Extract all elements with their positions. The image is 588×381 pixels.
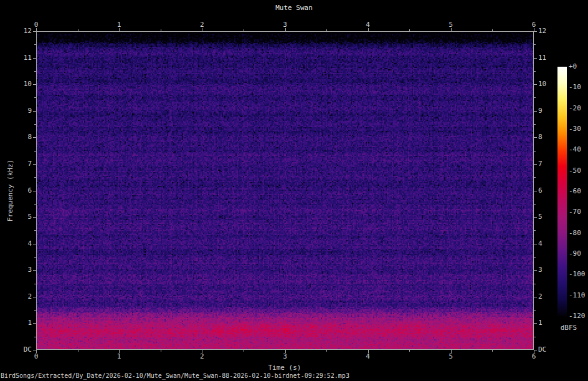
tick-label: 10 bbox=[12, 80, 32, 88]
tick-label: 5 bbox=[442, 353, 460, 360]
tick-mark bbox=[534, 323, 537, 324]
tick-label: 5 bbox=[442, 21, 460, 29]
tick-mark bbox=[33, 244, 36, 244]
tick-mark bbox=[534, 177, 536, 178]
tick-mark bbox=[161, 350, 161, 352]
colorbar-tick-label: -110 bbox=[569, 292, 588, 299]
tick-label: 7 bbox=[12, 160, 32, 168]
tick-mark bbox=[34, 230, 36, 231]
tick-mark bbox=[534, 257, 536, 258]
tick-mark bbox=[33, 164, 36, 165]
tick-label: 5 bbox=[538, 213, 558, 221]
tick-mark bbox=[534, 297, 537, 297]
tick-mark bbox=[534, 191, 537, 191]
tick-label: 3 bbox=[276, 353, 295, 360]
tick-mark bbox=[534, 204, 536, 205]
tick-mark bbox=[33, 31, 36, 32]
y-axis-title: Frequency (kHz) bbox=[6, 128, 14, 253]
tick-mark bbox=[78, 350, 78, 352]
spectrogram-window: Mute Swan 001122334455661212111110109988… bbox=[0, 0, 588, 381]
tick-mark bbox=[34, 151, 36, 152]
tick-label: 2 bbox=[538, 293, 558, 301]
tick-mark bbox=[34, 310, 36, 311]
tick-mark bbox=[534, 164, 537, 165]
tick-label: 3 bbox=[276, 21, 295, 29]
tick-mark bbox=[34, 177, 36, 178]
tick-label: 12 bbox=[12, 27, 32, 35]
colorbar-tick-label: -60 bbox=[569, 188, 588, 195]
tick-mark bbox=[534, 310, 536, 311]
tick-mark bbox=[33, 297, 36, 297]
tick-mark bbox=[326, 350, 327, 352]
tick-mark bbox=[34, 337, 36, 337]
tick-label: 6 bbox=[538, 187, 558, 195]
tick-mark bbox=[534, 71, 536, 72]
tick-mark bbox=[33, 350, 36, 350]
tick-mark bbox=[161, 29, 161, 31]
tick-label: 1 bbox=[110, 21, 128, 29]
tick-mark bbox=[534, 230, 536, 231]
tick-label: 4 bbox=[359, 21, 377, 29]
colorbar-tick-label: -90 bbox=[569, 250, 588, 258]
tick-mark bbox=[409, 29, 410, 31]
tick-label: 7 bbox=[538, 160, 558, 168]
x-axis-title: Time (s) bbox=[222, 364, 347, 372]
tick-mark bbox=[534, 284, 536, 284]
tick-mark bbox=[534, 97, 536, 98]
tick-mark bbox=[33, 84, 36, 85]
tick-mark bbox=[33, 270, 36, 271]
tick-label: 4 bbox=[12, 240, 32, 248]
colorbar-tick-label: -10 bbox=[569, 84, 588, 91]
colorbar-tick-label: -100 bbox=[569, 271, 588, 278]
tick-mark bbox=[492, 29, 493, 31]
tick-mark bbox=[534, 44, 536, 45]
tick-mark bbox=[534, 84, 537, 85]
tick-label: 11 bbox=[538, 54, 558, 62]
colorbar-tick-label: -20 bbox=[569, 105, 588, 112]
tick-mark bbox=[534, 111, 537, 112]
tick-mark bbox=[534, 124, 536, 125]
source-file-path: BirdSongs/Extracted/By_Date/2026-02-10/M… bbox=[1, 372, 349, 379]
colorbar-tick-label: -80 bbox=[569, 229, 588, 237]
colorbar-tick-label: -50 bbox=[569, 167, 588, 175]
tick-label: 0 bbox=[27, 353, 45, 360]
tick-label: 6 bbox=[12, 187, 32, 195]
tick-mark bbox=[534, 350, 537, 350]
tick-mark bbox=[34, 124, 36, 125]
tick-mark bbox=[534, 31, 537, 32]
tick-label: 10 bbox=[538, 80, 558, 88]
tick-mark bbox=[534, 244, 537, 244]
tick-mark bbox=[244, 350, 244, 352]
tick-mark bbox=[33, 111, 36, 112]
tick-label: 9 bbox=[538, 107, 558, 115]
tick-label: 9 bbox=[12, 107, 32, 115]
chart-title: Mute Swan bbox=[0, 4, 588, 12]
colorbar-tick-label: +0 bbox=[569, 63, 588, 70]
tick-mark bbox=[33, 323, 36, 324]
tick-mark bbox=[34, 71, 36, 72]
tick-mark bbox=[534, 151, 536, 152]
colorbar-tick-label: -40 bbox=[569, 146, 588, 153]
colorbar-gradient bbox=[557, 67, 567, 316]
tick-label: 3 bbox=[12, 266, 32, 274]
tick-mark bbox=[34, 97, 36, 98]
tick-mark bbox=[33, 137, 36, 138]
tick-mark bbox=[534, 58, 537, 59]
colorbar-tick-label: -120 bbox=[569, 312, 588, 320]
tick-label: 4 bbox=[359, 353, 377, 360]
tick-label: 1 bbox=[12, 319, 32, 327]
tick-mark bbox=[326, 29, 327, 31]
colorbar-tick-label: -70 bbox=[569, 208, 588, 216]
tick-mark bbox=[34, 284, 36, 284]
tick-label: 5 bbox=[12, 213, 32, 221]
tick-mark bbox=[33, 58, 36, 59]
spectrogram-canvas bbox=[37, 32, 533, 349]
tick-label: 8 bbox=[12, 133, 32, 141]
tick-label: 2 bbox=[192, 21, 211, 29]
tick-mark bbox=[534, 270, 537, 271]
tick-mark bbox=[34, 204, 36, 205]
tick-label: 3 bbox=[538, 266, 558, 274]
plot-area bbox=[36, 31, 534, 350]
tick-label: 1 bbox=[110, 353, 128, 360]
tick-label: 2 bbox=[12, 293, 32, 301]
